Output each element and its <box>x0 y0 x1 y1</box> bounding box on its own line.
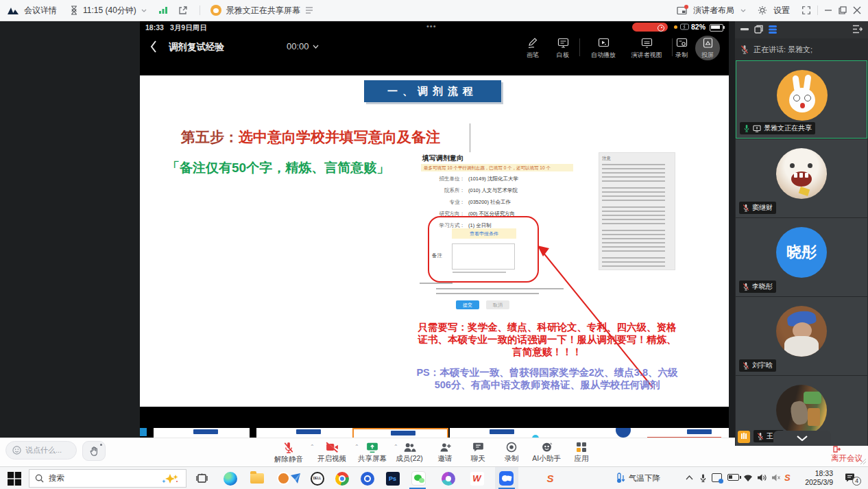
layout-switcher[interactable]: 演讲者布局 <box>693 5 734 16</box>
wps-icon[interactable]: W <box>468 470 485 487</box>
participant-name-pill: 李晓彤 <box>739 281 776 293</box>
participant-name: 李晓彤 <box>752 282 773 291</box>
dell-app-icon[interactable]: DELL <box>309 470 326 487</box>
close-button[interactable] <box>853 6 861 14</box>
sidebar-minimize-icon[interactable] <box>740 28 749 31</box>
submit-button: 提交 <box>456 300 479 309</box>
pop-out-icon[interactable] <box>178 5 188 15</box>
chrome-icon[interactable] <box>333 470 350 487</box>
search-box[interactable]: 搜索 <box>29 469 186 488</box>
tool-cast[interactable]: 投屏 <box>690 37 725 60</box>
leave-meeting-button[interactable]: 离开会议 <box>831 453 863 464</box>
quark-browser-icon[interactable] <box>359 470 376 487</box>
file-explorer-icon[interactable] <box>248 470 265 487</box>
raise-hand-button[interactable] <box>82 441 106 461</box>
participant-tile[interactable]: 景雅文正在共享 <box>736 60 867 139</box>
muted-mic-icon <box>743 361 749 370</box>
tool-label: 演讲者视图 <box>625 51 668 60</box>
meeting-details-button[interactable]: 会议详情 <box>24 5 57 16</box>
chevron-down-icon <box>797 436 808 441</box>
layout-chevron-icon[interactable] <box>740 9 746 12</box>
sidebar-window-icon[interactable] <box>754 25 763 34</box>
participant-tile[interactable]: 窦继财 <box>736 139 867 217</box>
tray-device-icon[interactable] <box>712 473 722 482</box>
notes-title: 注意 <box>602 156 672 162</box>
apps-button[interactable]: 应用 <box>562 442 601 464</box>
form-title: 填写调剂意向 <box>422 154 463 163</box>
unmute-button[interactable]: 解除静音 <box>269 442 309 464</box>
participant-name-pill: 窦继财 <box>739 202 776 214</box>
tray-expand-icon[interactable] <box>686 475 693 480</box>
form-notice-bar: 最多可填写 10 个平行调剂志愿，已填写 0 个，还可以填写 10 个 <box>421 164 573 171</box>
edge-browser-icon[interactable] <box>221 470 239 487</box>
start-video-button[interactable]: 开启视频 <box>312 442 352 464</box>
blurred-note-block <box>602 257 665 268</box>
utility-app-icon[interactable] <box>439 470 457 487</box>
ps-note-line: 506分、有高中语文教师资格证、服从学校任何调剂 <box>411 379 683 391</box>
tray-volume-mixer-icon[interactable] <box>771 473 780 482</box>
wechat-icon[interactable] <box>410 470 427 487</box>
task-view-button[interactable] <box>193 470 210 487</box>
members-button[interactable]: 成员(22) <box>389 442 429 464</box>
share-screen-button[interactable]: 共享屏幕 <box>352 442 392 464</box>
meeting-toolbar: 说点什么... 解除静音 ⌃ 开启视频 ⌃ 共享屏幕 ⌃ 成员(22) 邀请 聊… <box>0 438 735 467</box>
field-value: (010) 人文与艺术学院 <box>468 187 518 194</box>
minimize-button[interactable] <box>824 6 832 14</box>
tool-autoplay[interactable]: 自动播放 <box>586 37 621 60</box>
sharer-avatar <box>210 5 221 16</box>
timer-chevron-icon[interactable] <box>141 9 147 12</box>
field-label: 招生单位： <box>424 176 465 182</box>
form-field-row: 专业：(035200) 社会工作 <box>424 199 511 206</box>
record-button[interactable]: 录制 <box>492 442 531 464</box>
photoshop-icon[interactable]: Ps <box>384 470 401 487</box>
collapse-panel-icon[interactable] <box>852 25 863 34</box>
red-note-line: 言简意赅！！！ <box>411 346 683 358</box>
shared-screen-stage: 18:33 3月9日周日 ••• 82% 调剂复试经验 00:00 画笔 白板 <box>0 21 735 438</box>
muted-mic-icon <box>740 45 749 54</box>
duration-dropdown[interactable]: 00:00 <box>287 41 319 51</box>
sidebar-list-view-icon[interactable] <box>768 25 777 34</box>
mail-app-icon[interactable] <box>287 470 304 487</box>
participants-sidebar: 正在讲话: 景雅文; 景雅文正在共享 窦继 <box>735 21 868 446</box>
presentation-slide: 一、调剂流程 第五步：选中意向学校并填写意向及备注 「备注仅有50个字，精炼、言… <box>140 75 729 407</box>
participant-tile[interactable]: 晓彤 李晓彤 <box>736 218 867 296</box>
start-button[interactable] <box>5 470 23 487</box>
ai-assistant-button[interactable]: AI小助手 <box>527 442 566 464</box>
recording-pill <box>632 23 668 32</box>
back-icon[interactable] <box>149 40 158 53</box>
tray-mic-icon[interactable] <box>699 473 707 484</box>
tool-presenter-view[interactable]: 演讲者视图 <box>625 37 668 60</box>
resize-grip[interactable] <box>860 458 867 465</box>
emoji-icon[interactable] <box>12 446 21 455</box>
thumb-banner <box>193 429 218 434</box>
meeting-timer[interactable]: 11:15 (40分钟) <box>83 5 136 16</box>
speaking-label: 正在讲话: 景雅文; <box>754 45 812 55</box>
sharing-menu-icon[interactable] <box>305 7 313 14</box>
meeting-titlebar: 会议详情 11:15 (40分钟) 景雅文正在共享屏幕 演讲者布局 设置 <box>0 0 868 21</box>
tencent-meeting-icon[interactable] <box>498 470 515 487</box>
gear-icon <box>758 5 767 15</box>
screen-share-icon <box>753 125 761 132</box>
search-placeholder: 搜索 <box>49 473 64 484</box>
tray-network-icon[interactable] <box>743 473 753 482</box>
form-field-row: 院系所：(010) 人文与艺术学院 <box>424 187 518 194</box>
tray-speaker-icon[interactable] <box>757 473 767 482</box>
tool-whiteboard[interactable]: 白板 <box>545 37 581 60</box>
fullscreen-icon[interactable] <box>801 5 811 15</box>
participant-tile[interactable]: 刘宇晗 <box>736 297 867 375</box>
chat-input[interactable]: 说点什么... <box>5 441 77 460</box>
filmstrip: 02 <box>140 407 729 438</box>
tray-battery-icon[interactable] <box>727 474 739 481</box>
clock[interactable]: 18:33 2025/3/9 <box>797 469 833 487</box>
sharing-status-label: 景雅文正在共享屏幕 <box>226 5 300 16</box>
hourglass-icon <box>70 5 78 15</box>
blurred-note-line <box>436 293 539 296</box>
slide-quote: 「备注仅有50个字，精炼、言简意赅」 <box>167 159 389 177</box>
maximize-button[interactable] <box>839 6 847 14</box>
settings-button[interactable]: 设置 <box>773 5 790 16</box>
tray-sunlogin-icon[interactable]: S <box>784 473 791 483</box>
weather-text[interactable]: 气温下降 <box>629 473 660 484</box>
sunlogin-icon[interactable]: S <box>542 470 559 487</box>
red-note-line: 只需要写：奖学金、绩点、科研论文、专利、四六级、资格 <box>411 321 683 333</box>
collapse-videos-button[interactable] <box>773 431 831 446</box>
